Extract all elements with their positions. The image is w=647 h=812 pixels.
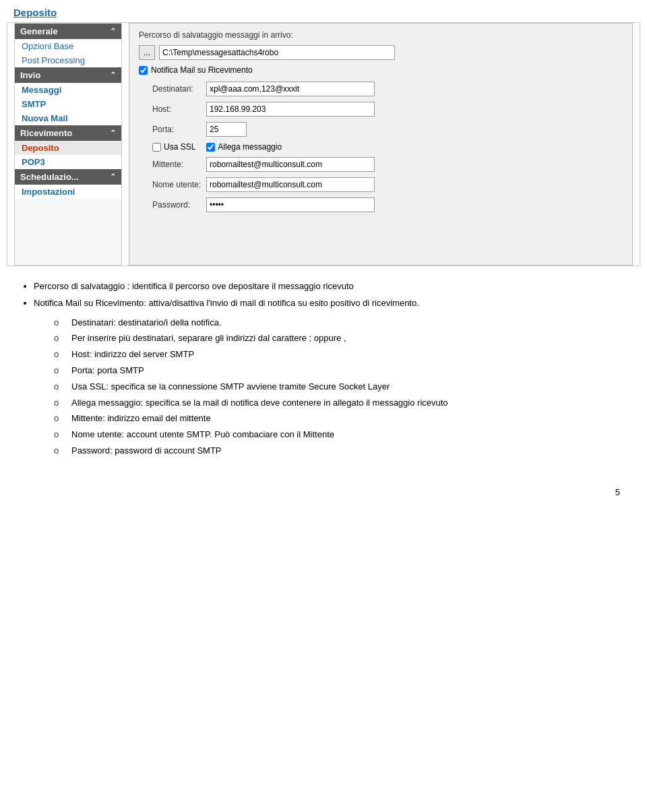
nome-utente-input[interactable]	[206, 177, 375, 192]
sidebar-item-nuova-mail[interactable]: Nuova Mail	[15, 111, 121, 125]
sub-item-3: o Porta: porta SMTP	[54, 364, 634, 378]
mittente-input[interactable]	[206, 157, 375, 172]
bullet-item-1: Notifica Mail su Ricevimento: attiva/dis…	[34, 296, 634, 311]
porta-label: Porta:	[152, 125, 206, 134]
app-layout: Generale ⌃ Opzioni Base Post Processing …	[7, 23, 640, 266]
sub-item-6: o Mittente: indirizzo email del mittente	[54, 412, 634, 426]
sidebar-item-smtp[interactable]: SMTP	[15, 97, 121, 111]
notifica-row: Notifica Mail su Ricevimento	[139, 65, 623, 75]
sidebar-section-ricevimento[interactable]: Ricevimento ⌃	[15, 125, 121, 141]
host-input[interactable]	[206, 102, 375, 117]
page-number: 5	[615, 487, 620, 497]
sub-item-6-text: Mittente: indirizzo email del mittente	[71, 412, 211, 426]
page-number-area: 5	[0, 474, 647, 504]
porta-row: Porta:	[152, 122, 623, 137]
mittente-label: Mittente:	[152, 160, 206, 169]
sub-item-2-marker: o	[54, 348, 67, 362]
sidebar-section-invio-label: Invio	[20, 70, 40, 80]
notifica-label: Notifica Mail su Ricevimento	[151, 65, 253, 75]
password-row: Password:	[152, 197, 623, 212]
password-label: Password:	[152, 200, 206, 210]
usa-ssl-checkbox[interactable]	[152, 143, 161, 152]
sidebar-item-impostazioni[interactable]: Impostazioni	[15, 185, 121, 199]
bullet-item-0: Percorso di salvataggio : identifica il …	[34, 280, 634, 294]
browse-button[interactable]: ...	[139, 45, 155, 60]
sub-item-6-marker: o	[54, 412, 67, 426]
host-row: Host:	[152, 102, 623, 117]
destinatari-input[interactable]	[206, 82, 375, 96]
allega-messaggio-checkbox[interactable]	[206, 143, 215, 152]
sub-item-3-marker: o	[54, 364, 67, 378]
sub-items-list: o Destinatari: destinatario/i della noti…	[13, 316, 634, 458]
nome-utente-row: Nome utente:	[152, 177, 623, 192]
sub-item-4-marker: o	[54, 380, 67, 394]
sub-item-0-marker: o	[54, 316, 67, 330]
ssl-allega-row: Usa SSL Allega messaggio	[152, 142, 623, 152]
sidebar-section-ricevimento-label: Ricevimento	[20, 128, 72, 138]
password-input[interactable]	[206, 197, 375, 212]
collapse-ricevimento-icon: ⌃	[110, 129, 116, 137]
percorso-input-row: ...	[139, 45, 623, 60]
sub-item-8-marker: o	[54, 444, 67, 458]
sub-item-7: o Nome utente: account utente SMTP. Può …	[54, 428, 634, 442]
usa-ssl-group: Usa SSL	[152, 142, 195, 152]
sub-item-1: o Per inserire più destinatari, separare…	[54, 332, 634, 346]
usa-ssl-label: Usa SSL	[164, 142, 195, 152]
sub-item-4: o Usa SSL: specifica se la connessione S…	[54, 380, 634, 394]
destinatari-label: Destinatari:	[152, 84, 206, 94]
destinatari-row: Destinatari:	[152, 82, 623, 96]
sub-item-8: o Password: password di account SMTP	[54, 444, 634, 458]
collapse-invio-icon: ⌃	[110, 71, 116, 80]
mittente-row: Mittente:	[152, 157, 623, 172]
sidebar-item-deposito[interactable]: Deposito	[15, 141, 121, 155]
percorso-label: Percorso di salvataggio messaggi in arri…	[139, 30, 293, 40]
sidebar-section-schedulazio-label: Schedulazio...	[20, 172, 79, 182]
notifica-checkbox[interactable]	[139, 66, 148, 75]
percorso-row: Percorso di salvataggio messaggi in arri…	[139, 30, 623, 40]
sub-item-2-text: Host: indirizzo del server SMTP	[71, 348, 194, 362]
sidebar-item-opzioni-base[interactable]: Opzioni Base	[15, 39, 121, 53]
sub-item-5-marker: o	[54, 396, 67, 410]
sub-item-7-marker: o	[54, 428, 67, 442]
sidebar-item-post-processing[interactable]: Post Processing	[15, 53, 121, 67]
content-panel: Percorso di salvataggio messaggi in arri…	[129, 23, 633, 266]
page-title: Deposito	[0, 0, 647, 22]
nome-utente-label: Nome utente:	[152, 180, 206, 189]
text-content: Percorso di salvataggio : identifica il …	[0, 266, 647, 474]
bullet-list: Percorso di salvataggio : identifica il …	[13, 280, 634, 311]
allega-messaggio-label: Allega messaggio	[218, 142, 282, 152]
sub-item-2: o Host: indirizzo del server SMTP	[54, 348, 634, 362]
sub-item-1-marker: o	[54, 332, 67, 346]
sidebar-item-messaggi[interactable]: Messaggi	[15, 83, 121, 97]
sidebar-section-generale[interactable]: Generale ⌃	[15, 24, 121, 39]
allega-messaggio-group: Allega messaggio	[206, 142, 282, 152]
sub-item-5: o Allega messaggio: specifica se la mail…	[54, 396, 634, 410]
sub-item-8-text: Password: password di account SMTP	[71, 444, 222, 458]
screenshot-region: Generale ⌃ Opzioni Base Post Processing …	[7, 22, 640, 266]
sub-item-5-text: Allega messaggio: specifica se la mail d…	[71, 396, 448, 410]
sidebar: Generale ⌃ Opzioni Base Post Processing …	[14, 23, 122, 266]
collapse-schedulazio-icon: ⌃	[110, 173, 116, 181]
subform: Destinatari: Host: Porta: U	[139, 82, 623, 212]
sidebar-item-pop3[interactable]: POP3	[15, 155, 121, 169]
sub-item-0-text: Destinatari: destinatario/i della notifi…	[71, 316, 222, 330]
host-label: Host:	[152, 104, 206, 114]
sub-item-0: o Destinatari: destinatario/i della noti…	[54, 316, 634, 330]
porta-input[interactable]	[206, 122, 247, 137]
sub-item-7-text: Nome utente: account utente SMTP. Può co…	[71, 428, 334, 442]
sidebar-section-invio[interactable]: Invio ⌃	[15, 67, 121, 83]
collapse-generale-icon: ⌃	[110, 27, 116, 36]
path-input[interactable]	[159, 45, 395, 60]
sub-item-1-text: Per inserire più destinatari, separare g…	[71, 332, 346, 346]
sub-item-4-text: Usa SSL: specifica se la connessione SMT…	[71, 380, 390, 394]
sidebar-section-generale-label: Generale	[20, 26, 58, 36]
sub-item-3-text: Porta: porta SMTP	[71, 364, 144, 378]
sidebar-section-schedulazio[interactable]: Schedulazio... ⌃	[15, 169, 121, 185]
